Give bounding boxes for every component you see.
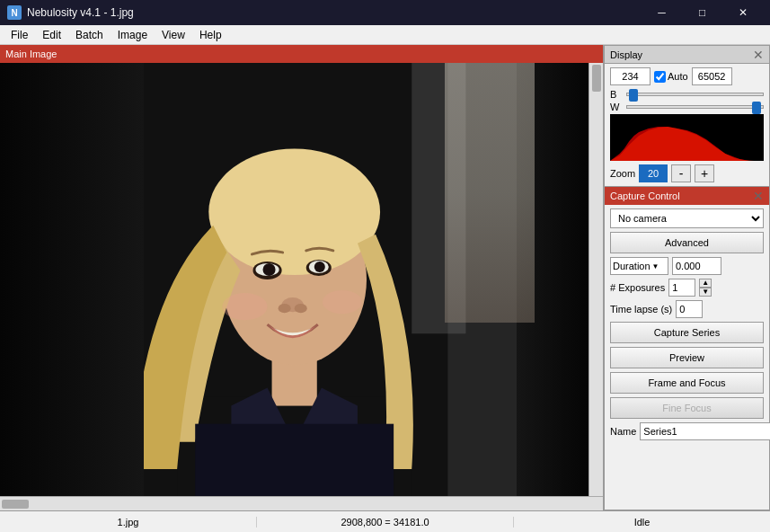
- exposures-down-button[interactable]: ▼: [699, 288, 712, 297]
- camera-dropdown[interactable]: No camera: [610, 208, 764, 228]
- bg-left: [0, 63, 144, 496]
- black-value-input[interactable]: [610, 67, 651, 85]
- advanced-button[interactable]: Advanced: [610, 232, 764, 253]
- image-panel-header: Main Image: [0, 45, 603, 63]
- v-scrollbar-thumb[interactable]: [592, 65, 601, 92]
- timelapse-row: Time lapse (s): [610, 300, 764, 318]
- capture-title: Capture Control: [610, 191, 680, 201]
- fine-focus-button[interactable]: Fine Focus: [610, 397, 764, 419]
- white-slider[interactable]: [626, 105, 764, 109]
- image-panel-title: Main Image: [5, 49, 57, 59]
- zoom-minus-button[interactable]: -: [671, 164, 691, 182]
- menu-image[interactable]: Image: [111, 27, 155, 43]
- auto-checkbox-label: Auto: [654, 71, 688, 83]
- minimize-button[interactable]: ─: [642, 0, 682, 25]
- h-scrollbar-thumb[interactable]: [2, 500, 29, 509]
- title-bar-title: Nebulosity v4.1 - 1.jpg: [27, 6, 134, 19]
- menu-help[interactable]: Help: [192, 27, 229, 43]
- svg-point-20: [323, 290, 362, 314]
- display-title: Display: [610, 49, 642, 60]
- svg-point-19: [222, 293, 267, 320]
- black-slider[interactable]: [626, 93, 764, 96]
- exposures-up-button[interactable]: ▲: [699, 279, 712, 288]
- auto-label: Auto: [668, 71, 688, 82]
- horizontal-scrollbar[interactable]: [0, 496, 603, 510]
- b-label: B: [610, 89, 623, 100]
- menu-view[interactable]: View: [155, 27, 192, 43]
- capture-close-button[interactable]: ✕: [753, 190, 764, 202]
- timelapse-label: Time lapse (s): [610, 304, 672, 315]
- status-bar: 1.jpg 2908,800 = 34181.0 Idle: [0, 510, 770, 532]
- vertical-scrollbar[interactable]: [589, 63, 603, 496]
- display-values-row: Auto: [610, 67, 764, 85]
- white-slider-thumb[interactable]: [752, 102, 761, 114]
- main-image-canvas: [0, 63, 589, 496]
- display-close-button[interactable]: ✕: [753, 49, 764, 61]
- exposures-label: # Exposures: [610, 282, 665, 293]
- menu-batch[interactable]: Batch: [68, 27, 111, 43]
- svg-point-18: [295, 304, 307, 313]
- duration-arrow-icon: ▼: [652, 262, 659, 270]
- status-coordinates: 2908,800 = 34181.0: [257, 517, 514, 528]
- menu-bar: File Edit Batch Image View Help: [0, 25, 770, 45]
- auto-checkbox[interactable]: [654, 71, 666, 83]
- right-panel: Display ✕ Auto B: [604, 45, 770, 510]
- svg-point-9: [208, 148, 380, 275]
- histogram: [610, 114, 764, 161]
- capture-series-button[interactable]: Capture Series: [610, 322, 764, 343]
- main-layout: Main Image: [0, 45, 770, 510]
- svg-point-15: [314, 262, 325, 272]
- menu-edit[interactable]: Edit: [35, 27, 68, 43]
- zoom-row: Zoom 20 - +: [610, 164, 764, 182]
- image-panel: Main Image: [0, 45, 604, 510]
- white-value-input[interactable]: [692, 67, 732, 85]
- black-slider-thumb[interactable]: [629, 89, 638, 102]
- histogram-svg: [610, 114, 764, 161]
- capture-header: Capture Control ✕: [605, 187, 769, 205]
- title-bar-controls: ─ □ ✕: [642, 0, 763, 25]
- zoom-plus-button[interactable]: +: [695, 164, 714, 182]
- timelapse-input[interactable]: [676, 300, 703, 318]
- duration-row: Duration ▼: [610, 257, 764, 275]
- camera-dropdown-wrapper: No camera: [610, 208, 764, 228]
- duration-label: Duration: [613, 261, 651, 271]
- name-input[interactable]: [640, 422, 770, 440]
- display-header: Display ✕: [605, 46, 769, 64]
- white-slider-row: W: [610, 102, 764, 112]
- capture-section: Capture Control ✕ No camera Advanced Dur…: [604, 187, 770, 510]
- exposures-input[interactable]: [668, 279, 695, 297]
- status-state: Idle: [514, 517, 770, 528]
- duration-dropdown[interactable]: Duration ▼: [610, 257, 668, 275]
- zoom-label: Zoom: [610, 168, 635, 179]
- name-row: Name: [610, 422, 764, 440]
- svg-point-17: [279, 304, 291, 313]
- black-slider-row: B: [610, 89, 764, 100]
- bg-center: [445, 63, 535, 323]
- svg-rect-21: [195, 424, 394, 496]
- title-bar-left: N Nebulosity v4.1 - 1.jpg: [7, 5, 134, 20]
- close-button[interactable]: ✕: [722, 0, 763, 25]
- image-area: [0, 63, 603, 496]
- maximize-button[interactable]: □: [682, 0, 722, 25]
- menu-file[interactable]: File: [4, 27, 35, 43]
- w-label: W: [610, 102, 623, 112]
- zoom-value: 20: [639, 164, 668, 182]
- capture-content: No camera Advanced Duration ▼ # Exposure…: [605, 205, 769, 444]
- preview-button[interactable]: Preview: [610, 347, 764, 368]
- title-bar: N Nebulosity v4.1 - 1.jpg ─ □ ✕: [0, 0, 770, 25]
- frame-and-focus-button[interactable]: Frame and Focus: [610, 372, 764, 394]
- name-label: Name: [610, 426, 636, 437]
- exposures-spinner: ▲ ▼: [699, 279, 712, 297]
- display-section: Display ✕ Auto B: [604, 45, 770, 187]
- duration-input[interactable]: [672, 257, 721, 275]
- svg-point-14: [263, 263, 276, 276]
- exposures-row: # Exposures ▲ ▼: [610, 279, 764, 297]
- app-icon: N: [7, 5, 22, 20]
- display-content: Auto B W: [605, 64, 769, 186]
- status-filename: 1.jpg: [0, 517, 257, 528]
